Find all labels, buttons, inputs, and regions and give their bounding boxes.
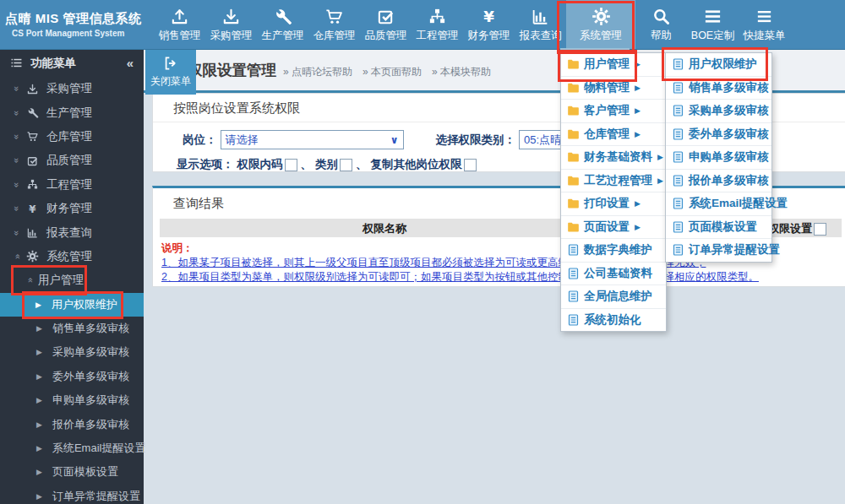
menu-item-user-mgmt[interactable]: 用户管理▶ bbox=[561, 53, 666, 77]
topbar-item-label: BOE定制 bbox=[691, 29, 734, 43]
breadcrumb-item[interactable]: » 本页面帮助 bbox=[363, 66, 422, 78]
topbar-item-label: 生产管理 bbox=[262, 29, 304, 43]
topbar-item-quality[interactable]: 品质管理 bbox=[360, 0, 412, 49]
sitemap-icon bbox=[428, 7, 447, 26]
topbar-item-help[interactable]: 帮助 bbox=[635, 0, 687, 49]
select-all-checkbox[interactable] bbox=[814, 223, 826, 236]
option-checkbox-3[interactable] bbox=[464, 159, 477, 171]
app-subtitle: CS Port Managment System bbox=[5, 29, 154, 38]
topbar: 点晴 MIS 管理信息系统 CS Port Managment System 销… bbox=[0, 0, 845, 50]
submenu-item-requisition-audit[interactable]: 申购单多级审核 bbox=[666, 146, 771, 170]
upload-icon bbox=[170, 7, 189, 26]
sidebar-item-page-template[interactable]: ▶页面模板设置 bbox=[0, 460, 144, 484]
submenu-arrow-icon: ▶ bbox=[657, 153, 663, 161]
sidebar-item-label: 报价单多级审核 bbox=[52, 417, 129, 432]
menu-item-system-init[interactable]: 系统初始化 bbox=[561, 309, 666, 332]
topbar-item-production[interactable]: 生产管理 bbox=[257, 0, 308, 49]
menu-item-customer-mgmt[interactable]: 客户管理▶ bbox=[561, 100, 666, 123]
sidebar-item-order-alert[interactable]: ▶订单异常提醒设置 bbox=[0, 485, 144, 504]
submenu-arrow-icon: ▶ bbox=[657, 176, 663, 185]
sidebar-item-outsource-audit[interactable]: ▶委外单多级审核 bbox=[0, 365, 144, 388]
sidebar-item-purchase[interactable]: »采购管理 bbox=[0, 77, 144, 100]
sidebar-collapse-button[interactable]: « bbox=[127, 56, 134, 70]
submenu-item-quote-audit[interactable]: 报价单多级审核 bbox=[666, 170, 771, 193]
menu-item-label: 销售单多级审核 bbox=[689, 80, 769, 95]
menu-item-label: 物料管理 bbox=[584, 80, 630, 95]
sidebar-item-production[interactable]: »生产管理 bbox=[0, 100, 144, 124]
app-title: 点晴 MIS 管理信息系统 bbox=[5, 11, 154, 27]
menu-item-print-setting[interactable]: 打印设置▶ bbox=[561, 192, 666, 216]
chart-icon bbox=[26, 226, 39, 239]
topbar-item-finance[interactable]: ¥财务管理 bbox=[463, 0, 515, 49]
sidebar-item-label: 销售单多级审核 bbox=[52, 321, 129, 336]
search-icon bbox=[651, 7, 671, 26]
submenu-item-outsource-audit[interactable]: 委外单多级审核 bbox=[666, 123, 771, 147]
sidebar-item-label: 委外单多级审核 bbox=[52, 369, 129, 384]
sidebar-item-label: 系统Email提醒设置 bbox=[52, 441, 146, 456]
doc-icon bbox=[671, 81, 685, 95]
chevron-up-icon: » bbox=[12, 251, 22, 262]
menu-item-label: 采购单多级审核 bbox=[689, 103, 769, 118]
sidebar-item-label: 订单异常提醒设置 bbox=[52, 489, 140, 504]
sidebar-item-requisition-audit[interactable]: ▶申购单多级审核 bbox=[0, 388, 144, 412]
menu-item-label: 用户权限维护 bbox=[689, 57, 757, 72]
sidebar-item-engineering[interactable]: »工程管理 bbox=[0, 173, 144, 197]
svg-text:¥: ¥ bbox=[29, 203, 36, 214]
menu-item-data-dict[interactable]: 数据字典维护 bbox=[561, 239, 666, 263]
doc-icon bbox=[671, 243, 685, 257]
submenu-item-user-perm[interactable]: 用户权限维护 bbox=[666, 53, 771, 77]
option-checkbox-1[interactable] bbox=[285, 159, 297, 171]
breadcrumb-item[interactable]: » 本模块帮助 bbox=[432, 66, 491, 78]
sidebar-item-quote-audit[interactable]: ▶报价单多级审核 bbox=[0, 412, 144, 436]
options-label: 显示选项： bbox=[177, 157, 234, 172]
topbar-item-boe[interactable]: BOE定制 bbox=[687, 0, 739, 49]
submenu-item-order-alert[interactable]: 订单异常提醒设置 bbox=[666, 239, 771, 262]
app-window: 点晴 MIS 管理信息系统 CS Port Managment System 销… bbox=[0, 0, 845, 504]
menu-item-label: 订单异常提醒设置 bbox=[689, 242, 780, 257]
download-icon bbox=[221, 7, 241, 26]
menu-item-finance-base[interactable]: 财务基础资料▶ bbox=[561, 146, 666, 170]
triangle-right-icon: ▶ bbox=[36, 492, 42, 501]
folder-icon bbox=[566, 104, 581, 117]
breadcrumb-item[interactable]: » 点晴论坛帮助 bbox=[283, 66, 352, 78]
sidebar-item-reports[interactable]: »报表查询 bbox=[0, 220, 144, 244]
menu-item-process-mgmt[interactable]: 工艺过程管理▶ bbox=[561, 170, 666, 193]
submenu-item-purchase-audit[interactable]: 采购单多级审核 bbox=[666, 100, 771, 123]
topbar-item-warehouse[interactable]: 仓库管理 bbox=[308, 0, 360, 49]
sidebar-item-finance[interactable]: »¥财务管理 bbox=[0, 197, 144, 220]
triangle-right-icon: ▶ bbox=[35, 301, 41, 309]
menu-item-company-base[interactable]: 公司基础资料 bbox=[561, 263, 666, 286]
triangle-right-icon: ▶ bbox=[36, 420, 42, 429]
submenu-arrow-icon: ▶ bbox=[635, 84, 641, 92]
topbar-item-sales[interactable]: 销售管理 bbox=[154, 0, 205, 49]
topbar-item-system[interactable]: 系统管理 bbox=[566, 0, 635, 49]
sidebar-item-sales-audit[interactable]: ▶销售单多级审核 bbox=[0, 317, 144, 340]
sidebar-item-quality[interactable]: »品质管理 bbox=[0, 149, 144, 172]
submenu-item-sales-audit[interactable]: 销售单多级审核 bbox=[666, 77, 771, 100]
submenu-item-page-template[interactable]: 页面模板设置 bbox=[666, 216, 771, 240]
sidebar-item-user-perm[interactable]: ▶用户权限维护 bbox=[0, 293, 144, 317]
sidebar-item-warehouse[interactable]: »仓库管理 bbox=[0, 125, 144, 149]
sidebar-item-system[interactable]: »系统管理 bbox=[0, 245, 144, 268]
sidebar-item-purchase-audit[interactable]: ▶采购单多级审核 bbox=[0, 340, 144, 364]
position-select[interactable]: 请选择 ∨ bbox=[221, 130, 404, 149]
submenu-item-email-remind[interactable]: 系统Email提醒设置 bbox=[666, 192, 771, 216]
menu-item-warehouse-mgmt[interactable]: 仓库管理▶ bbox=[561, 123, 666, 147]
menu-item-material-mgmt[interactable]: 物料管理▶ bbox=[561, 77, 666, 100]
topbar-item-engineering[interactable]: 工程管理 bbox=[412, 0, 463, 49]
chevron-up-icon: » bbox=[25, 275, 35, 286]
menu-item-page-setting[interactable]: 页面设置▶ bbox=[561, 216, 666, 240]
submenu-arrow-icon: ▶ bbox=[635, 199, 641, 208]
sidebar-item-label: 工程管理 bbox=[46, 177, 92, 192]
topbar-item-purchase[interactable]: 采购管理 bbox=[205, 0, 257, 49]
topbar-item-quickmenu[interactable]: 快捷菜单 bbox=[739, 0, 790, 49]
sitemap-icon bbox=[26, 178, 39, 191]
chevron-down-icon: » bbox=[12, 107, 22, 118]
menu-item-global-info[interactable]: 全局信息维护 bbox=[561, 285, 666, 309]
page-title: 权限设置管理 bbox=[188, 60, 276, 80]
sidebar-item-email-remind[interactable]: ▶系统Email提醒设置 bbox=[0, 436, 144, 460]
close-menu-button[interactable]: 关闭菜单 bbox=[145, 49, 196, 95]
sidebar-item-user-mgmt[interactable]: »用户管理 bbox=[0, 268, 144, 292]
topbar-item-reports[interactable]: 报表查询 bbox=[515, 0, 566, 49]
option-checkbox-2[interactable] bbox=[340, 159, 352, 171]
